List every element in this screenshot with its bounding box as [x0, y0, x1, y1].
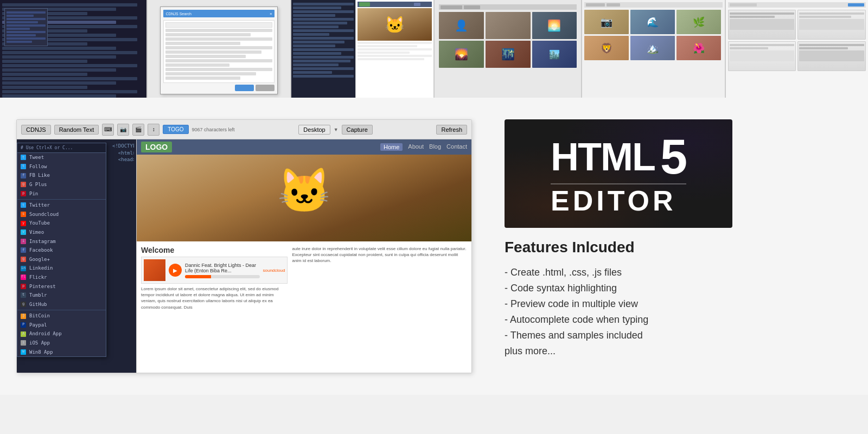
- toolbar-icon-1[interactable]: ⌨: [102, 124, 114, 136]
- paypal-icon: P: [21, 322, 26, 328]
- cdnjs-button[interactable]: CDNJS: [21, 125, 51, 135]
- ios-icon: i: [21, 340, 26, 346]
- soundcloud-player: ▶ Dannic Feat. Bright Lights - Dear Life…: [141, 257, 288, 284]
- tumblr-icon: t: [21, 292, 26, 298]
- features-title: Features Inlcuded: [505, 239, 846, 256]
- preview-pane: LOGO Home About Blog Contact: [136, 139, 471, 373]
- nav-link-home[interactable]: Home: [380, 143, 403, 151]
- screenshot-dialog: CDNJS Search ×: [148, 0, 291, 98]
- feature-item-2: - Code syntax highlighting: [505, 283, 846, 294]
- menu-item-flickr[interactable]: fl Flickr: [17, 273, 106, 282]
- screenshot-templates: [726, 0, 868, 98]
- menu-item-facebook[interactable]: f Facebook: [17, 246, 106, 255]
- sc-progress-bar[interactable]: [185, 275, 260, 278]
- toolbar-icon-3[interactable]: 🎬: [132, 124, 144, 136]
- screenshot-samples: 📷 🌊 🌿 🦁 🏔️ 🌺: [582, 0, 725, 98]
- editor-body: # Use Ctrl+X or C... t Tweet t Follow f …: [17, 139, 471, 373]
- editor-section: CDNJS Random Text ⌨ 📷 🎬 ↕ TOGO 9067 char…: [0, 114, 483, 379]
- feature-item-3: - Preview code in multiple view: [505, 298, 846, 310]
- menu-item-github[interactable]: g GitHub: [17, 300, 106, 309]
- preview-right-column: aute irure dolor in reprehenderit in vol…: [292, 246, 467, 310]
- menu-item-ios[interactable]: i iOS App: [17, 339, 106, 348]
- html5-text-container: HTML 5 EDITOR: [534, 122, 703, 226]
- instagram-icon: i: [21, 239, 26, 244]
- html5-divider: [551, 183, 686, 184]
- toolbar-icon-2[interactable]: 📷: [117, 124, 129, 136]
- pinterest-icon: p: [21, 284, 26, 289]
- nav-link-about[interactable]: About: [408, 143, 424, 151]
- facebook-icon: f: [21, 247, 26, 253]
- menu-item-win8[interactable]: W Win8 App: [17, 348, 106, 357]
- win8-icon: W: [21, 349, 26, 355]
- main-content: CDNJS Random Text ⌨ 📷 🎬 ↕ TOGO 9067 char…: [0, 98, 868, 395]
- menu-item-pinterest[interactable]: p Pinterest: [17, 282, 106, 291]
- menu-item-paypal[interactable]: P Paypal: [17, 321, 106, 330]
- menu-item-android[interactable]: A Android App: [17, 329, 106, 339]
- menu-item-follow[interactable]: t Follow: [17, 162, 106, 171]
- preview-navbar: LOGO Home About Blog Contact: [137, 139, 471, 155]
- vimeo-icon: v: [21, 229, 26, 235]
- menu-item-pin[interactable]: p Pin: [17, 189, 106, 199]
- feature-item-5: - Themes and samples included: [505, 330, 846, 341]
- html5-five-label: 5: [660, 132, 686, 181]
- screenshot-code-preview: 🐱: [291, 0, 435, 98]
- preview-hero: [137, 155, 471, 241]
- bitcoin-icon: ₿: [21, 314, 26, 319]
- menu-item-gplus[interactable]: g G Plus: [17, 180, 106, 189]
- sc-track-name: Dannic Feat. Bright Lights - Dear Life (…: [185, 263, 260, 273]
- sc-logo: soundcloud: [263, 268, 285, 273]
- feature-item-6: plus more...: [505, 346, 846, 357]
- html5-top-row: HTML 5: [551, 132, 686, 181]
- screenshot-code-1: [0, 0, 148, 98]
- follow-icon: t: [21, 164, 26, 169]
- html5-editor-label: EDITOR: [551, 187, 676, 215]
- features-list: - Create .html, .css, .js files - Code s…: [505, 267, 846, 357]
- gplus-icon: g: [21, 182, 26, 187]
- desktop-button[interactable]: Desktop: [298, 125, 330, 135]
- menu-item-vimeo[interactable]: v Vimeo: [17, 228, 106, 237]
- random-text-button[interactable]: Random Text: [54, 125, 99, 135]
- preview-content: Welcome ▶ Dannic Feat. Bright Lights - D…: [137, 241, 471, 315]
- feature-item-4: - Autocomplete code when typing: [505, 314, 846, 326]
- menu-divider-2: [17, 310, 106, 310]
- preview-logo: LOGO: [141, 142, 172, 152]
- menu-item-tweet[interactable]: t Tweet: [17, 153, 106, 162]
- tw-icon: t: [21, 202, 26, 208]
- preview-nav-links: Home About Blog Contact: [380, 143, 467, 151]
- menu-item-instagram[interactable]: i Instagram: [17, 237, 106, 246]
- capture-button[interactable]: Capture: [342, 125, 373, 135]
- menu-item-linkedin[interactable]: in Linkedin: [17, 264, 106, 273]
- preview-text-right: aute irure dolor in reprehenderit in vol…: [292, 246, 467, 264]
- menu-item-tumblr[interactable]: t Tumblr: [17, 291, 106, 300]
- menu-item-googleplus[interactable]: g Google+: [17, 255, 106, 264]
- editor-toolbar: CDNJS Random Text ⌨ 📷 🎬 ↕ TOGO 9067 char…: [17, 120, 471, 139]
- features-section: HTML 5 EDITOR Features Inlcuded - Create…: [483, 114, 868, 379]
- sc-play-button[interactable]: ▶: [169, 264, 182, 277]
- refresh-button[interactable]: Refresh: [436, 125, 467, 135]
- code-pane[interactable]: # Use Ctrl+X or C... t Tweet t Follow f …: [17, 139, 136, 373]
- screenshots-strip: CDNJS Search ×: [0, 0, 868, 98]
- menu-item-fblike[interactable]: f FB Like: [17, 171, 106, 180]
- menu-item-soundcloud[interactable]: s Soundcloud: [17, 210, 106, 219]
- toolbar-icon-4[interactable]: ↕: [148, 124, 159, 136]
- menu-item-youtube[interactable]: y YouTube: [17, 219, 106, 228]
- twitter-icon: t: [21, 155, 26, 160]
- menu-header: # Use Ctrl+X or C...: [17, 143, 106, 153]
- linkedin-icon: in: [21, 266, 26, 271]
- dropdown-menu: # Use Ctrl+X or C... t Tweet t Follow f …: [17, 143, 106, 357]
- preview-left-column: Welcome ▶ Dannic Feat. Bright Lights - D…: [141, 246, 288, 310]
- html5-logo-banner: HTML 5 EDITOR: [505, 119, 732, 228]
- editor-mockup: CDNJS Random Text ⌨ 📷 🎬 ↕ TOGO 9067 char…: [16, 119, 472, 373]
- menu-item-twitter[interactable]: t Twitter: [17, 201, 106, 210]
- nav-link-contact[interactable]: Contact: [446, 143, 467, 151]
- sc-thumbnail: [144, 259, 165, 281]
- dropdown-arrow: ▼: [334, 127, 339, 132]
- menu-item-bitcoin[interactable]: ₿ BitCoin: [17, 311, 106, 321]
- youtube-icon: y: [21, 221, 26, 226]
- fb-icon: f: [21, 173, 26, 178]
- togo-button[interactable]: TOGO: [163, 125, 188, 134]
- android-icon: A: [21, 331, 26, 337]
- soundcloud-icon: s: [21, 212, 26, 217]
- nav-link-blog[interactable]: Blog: [429, 143, 441, 151]
- screenshot-gallery: 👤 🌅 🌄 🌃 🏙️: [435, 0, 582, 98]
